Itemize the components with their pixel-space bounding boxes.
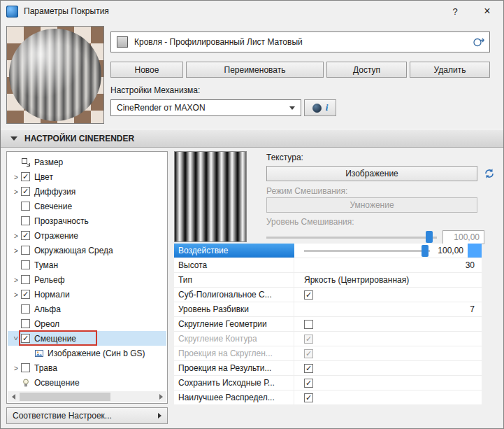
prop-value: ✓ [294, 346, 482, 360]
channel-tree: Размер>✓Цвет>✓ДиффузияСвечениеПрозрачнос… [6, 151, 168, 404]
chevron-right-icon[interactable]: > [11, 276, 21, 283]
texture-image-label: Изображение [345, 169, 398, 178]
prop-checkbox[interactable]: ✓ [304, 364, 313, 373]
channel-checkbox[interactable]: ✓ [21, 187, 30, 196]
prop-value: ✓ [294, 288, 482, 302]
prop-checkbox[interactable]: ✓ [304, 290, 313, 300]
texture-label: Текстура: [266, 153, 303, 162]
channel-checkbox[interactable]: ✓ [21, 172, 30, 181]
prop-row-1[interactable]: Высота30 [174, 258, 482, 273]
channel-checkbox[interactable] [21, 319, 30, 328]
rename-button[interactable]: Переименовать [186, 62, 324, 78]
tree-horizontal-scrollbar[interactable] [8, 391, 166, 402]
prop-row-6[interactable]: Скругление Контура✓ [174, 332, 482, 346]
tree-item-14[interactable]: >Трава [8, 360, 166, 375]
chevron-right-icon[interactable]: > [11, 246, 21, 254]
chevron-right-icon[interactable]: > [11, 188, 21, 195]
scroll-left-icon[interactable] [8, 391, 19, 402]
chevron-right-icon[interactable]: > [11, 173, 21, 181]
channel-checkbox[interactable] [21, 275, 30, 284]
tree-item-12[interactable]: >✓Смещение [8, 331, 166, 346]
collapse-arrow-icon [10, 136, 17, 141]
new-button[interactable]: Новое [110, 62, 183, 78]
prop-row-0[interactable]: Воздействие100,00 [174, 244, 482, 258]
prop-checkbox[interactable]: ✓ [304, 393, 313, 402]
tree-item-1[interactable]: >✓Цвет [8, 169, 166, 184]
prop-row-8[interactable]: Проекция на Результи...✓ [174, 361, 482, 376]
prop-number-value[interactable]: 7 [470, 304, 475, 314]
tree-item-4[interactable]: Прозрачность [8, 213, 166, 228]
scrollbar-thumb[interactable] [20, 393, 110, 401]
cinerender-section-header[interactable]: НАСТРОЙКИ CINERENDER [1, 129, 503, 148]
tree-item-15[interactable]: Освещение [8, 375, 166, 390]
prop-row-10[interactable]: Наилучшее Распредел...✓ [174, 391, 482, 405]
engine-combobox[interactable]: CineRender от MAXON [110, 99, 301, 116]
delete-button[interactable]: Удалить [410, 62, 490, 78]
chevron-down-icon[interactable]: > [11, 335, 21, 342]
access-button[interactable]: Доступ [326, 62, 407, 78]
tree-item-11[interactable]: Ореол [8, 316, 166, 331]
tree-item-9[interactable]: >✓Нормали [8, 287, 166, 302]
section-title: НАСТРОЙКИ CINERENDER [24, 134, 134, 143]
param-color-swatch[interactable] [468, 244, 482, 258]
prop-value: ✓ [294, 391, 482, 405]
tree-item-2[interactable]: >✓Диффузия [8, 184, 166, 199]
tree-item-7[interactable]: Туман [8, 258, 166, 272]
tree-item-label: Цвет [34, 172, 57, 182]
channel-checkbox[interactable] [21, 216, 30, 225]
chevron-right-icon[interactable]: > [11, 364, 21, 372]
prop-row-3[interactable]: Суб-Полигональное С...✓ [174, 288, 482, 302]
tree-item-5[interactable]: >✓Отражение [8, 228, 166, 243]
displacement-texture-preview [174, 151, 247, 242]
engine-info-button[interactable]: i [304, 99, 336, 116]
prop-value: Яркость (Центрированная) [294, 273, 482, 287]
chevron-right-icon[interactable]: > [11, 290, 21, 298]
slider-handle[interactable] [426, 231, 433, 243]
prop-row-5[interactable]: Скругление Геометрии [174, 317, 482, 332]
prop-label: Проекция на Результи... [174, 361, 294, 375]
tree-item-label: Размер [34, 157, 67, 167]
prop-row-7[interactable]: Проекция на Скруглен...✓ [174, 346, 482, 361]
prop-text-value[interactable]: Яркость (Центрированная) [304, 275, 409, 285]
slider-handle[interactable] [422, 245, 429, 257]
help-button[interactable]: ? [443, 1, 467, 22]
channel-tree-rows: Размер>✓Цвет>✓ДиффузияСвечениеПрозрачнос… [8, 153, 166, 391]
prop-row-2[interactable]: ТипЯркость (Центрированная) [174, 273, 482, 288]
texture-options-icon[interactable] [480, 164, 498, 182]
texture-image-button[interactable]: Изображение [266, 166, 477, 181]
slider-value[interactable]: 100,00 [438, 246, 463, 255]
channel-checkbox[interactable] [21, 202, 30, 211]
chevron-right-icon[interactable]: > [11, 232, 21, 239]
tree-item-6[interactable]: >Окружающая Среда [8, 243, 166, 258]
prop-row-4[interactable]: Уровень Разбивки7 [174, 302, 482, 317]
scroll-right-icon[interactable] [155, 391, 166, 402]
blend-level-value[interactable]: 100,00 [442, 230, 484, 244]
tree-item-13[interactable]: Изображение (Син b GS) [8, 346, 166, 360]
tree-item-3[interactable]: Свечение [8, 199, 166, 213]
tree-item-10[interactable]: Альфа [8, 302, 166, 316]
info-icon: i [326, 102, 329, 113]
channel-checkbox[interactable]: ✓ [21, 231, 30, 240]
channel-checkbox[interactable]: ✓ [21, 334, 30, 343]
cinerender-icon [312, 104, 322, 113]
prop-value [294, 317, 482, 331]
prop-checkbox: ✓ [304, 349, 313, 358]
material-name-field[interactable]: Кровля - Профилированный Лист Матовый [110, 31, 490, 52]
tree-item-8[interactable]: >Рельеф [8, 272, 166, 287]
prop-checkbox[interactable] [304, 320, 313, 329]
blend-level-slider[interactable] [266, 230, 437, 245]
prop-checkbox[interactable]: ✓ [304, 379, 313, 388]
pick-material-icon[interactable] [470, 34, 488, 50]
channel-checkbox[interactable]: ✓ [21, 290, 30, 299]
channel-checkbox[interactable] [21, 246, 30, 255]
channel-checkbox[interactable] [21, 260, 30, 269]
match-settings-button[interactable]: Соответствие Настроек... [6, 407, 168, 424]
prop-label: Высота [174, 258, 294, 272]
channel-checkbox[interactable] [21, 363, 30, 372]
preview-sphere [9, 29, 101, 121]
tree-item-0[interactable]: Размер [8, 155, 166, 169]
prop-row-9[interactable]: Сохранить Исходные Р...✓ [174, 376, 482, 391]
channel-checkbox[interactable] [21, 304, 30, 314]
close-button[interactable]: × [475, 1, 499, 22]
prop-number-value[interactable]: 30 [466, 260, 475, 270]
